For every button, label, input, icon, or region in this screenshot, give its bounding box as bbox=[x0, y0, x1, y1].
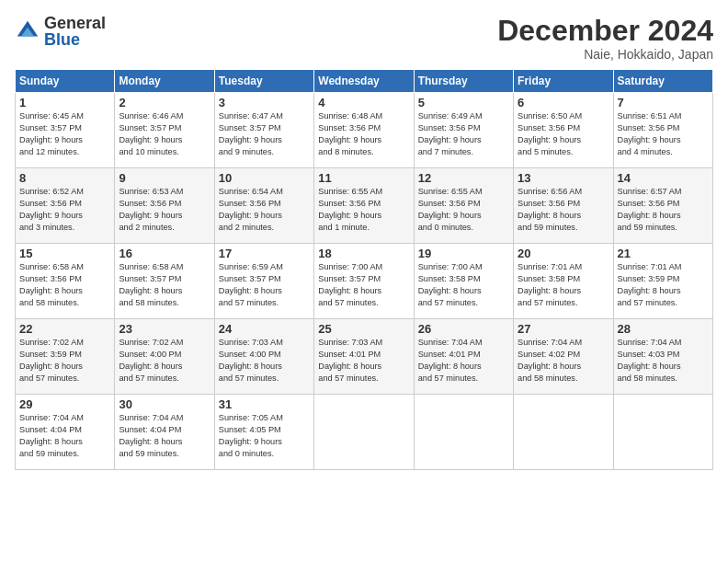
logo: General Blue bbox=[15, 15, 106, 48]
table-row: 29 Sunrise: 7:04 AMSunset: 4:04 PMDaylig… bbox=[16, 395, 713, 470]
day-cell: 17 Sunrise: 6:59 AMSunset: 3:57 PMDaylig… bbox=[214, 244, 313, 319]
day-number: 30 bbox=[119, 397, 210, 411]
day-info: Sunrise: 6:57 AMSunset: 3:56 PMDaylight:… bbox=[618, 186, 709, 234]
day-cell: 6 Sunrise: 6:50 AMSunset: 3:56 PMDayligh… bbox=[514, 93, 613, 168]
day-cell: 30 Sunrise: 7:04 AMSunset: 4:04 PMDaylig… bbox=[115, 395, 214, 470]
day-info: Sunrise: 7:00 AMSunset: 3:57 PMDaylight:… bbox=[318, 261, 409, 309]
day-info: Sunrise: 6:49 AMSunset: 3:56 PMDaylight:… bbox=[418, 110, 509, 158]
day-number: 11 bbox=[318, 171, 409, 185]
day-number: 23 bbox=[119, 322, 210, 336]
day-cell: 16 Sunrise: 6:58 AMSunset: 3:57 PMDaylig… bbox=[115, 244, 214, 319]
day-info: Sunrise: 6:46 AMSunset: 3:57 PMDaylight:… bbox=[119, 110, 210, 158]
weekday-header-row: Sunday Monday Tuesday Wednesday Thursday… bbox=[16, 70, 713, 93]
day-number: 21 bbox=[618, 247, 709, 260]
header-monday: Monday bbox=[115, 70, 214, 93]
day-number: 29 bbox=[19, 397, 110, 411]
day-number: 18 bbox=[318, 247, 409, 260]
day-cell: 2 Sunrise: 6:46 AMSunset: 3:57 PMDayligh… bbox=[115, 93, 214, 168]
day-cell: 1 Sunrise: 6:45 AMSunset: 3:57 PMDayligh… bbox=[16, 93, 115, 168]
day-number: 8 bbox=[19, 171, 110, 185]
day-info: Sunrise: 6:48 AMSunset: 3:56 PMDaylight:… bbox=[318, 110, 409, 158]
day-cell: 31 Sunrise: 7:05 AMSunset: 4:05 PMDaylig… bbox=[214, 395, 313, 470]
day-info: Sunrise: 7:05 AMSunset: 4:05 PMDaylight:… bbox=[219, 412, 310, 460]
day-info: Sunrise: 6:56 AMSunset: 3:56 PMDaylight:… bbox=[518, 186, 609, 234]
month-title: December 2024 bbox=[497, 15, 713, 47]
day-cell: 23 Sunrise: 7:02 AMSunset: 4:00 PMDaylig… bbox=[115, 319, 214, 395]
day-info: Sunrise: 7:03 AMSunset: 4:01 PMDaylight:… bbox=[318, 337, 409, 385]
table-row: 1 Sunrise: 6:45 AMSunset: 3:57 PMDayligh… bbox=[16, 93, 713, 168]
day-info: Sunrise: 6:53 AMSunset: 3:56 PMDaylight:… bbox=[119, 186, 210, 234]
day-cell: 24 Sunrise: 7:03 AMSunset: 4:00 PMDaylig… bbox=[214, 319, 313, 395]
day-number: 14 bbox=[618, 171, 709, 185]
day-number: 24 bbox=[219, 322, 310, 336]
day-cell: 5 Sunrise: 6:49 AMSunset: 3:56 PMDayligh… bbox=[414, 93, 513, 168]
logo-text: General Blue bbox=[44, 15, 106, 48]
day-info: Sunrise: 7:04 AMSunset: 4:04 PMDaylight:… bbox=[119, 412, 210, 460]
day-cell: 18 Sunrise: 7:00 AMSunset: 3:57 PMDaylig… bbox=[314, 244, 414, 319]
day-info: Sunrise: 6:45 AMSunset: 3:57 PMDaylight:… bbox=[19, 110, 110, 158]
calendar-table: Sunday Monday Tuesday Wednesday Thursday… bbox=[15, 69, 713, 470]
day-number: 17 bbox=[219, 247, 310, 260]
day-number: 5 bbox=[418, 96, 509, 109]
day-info: Sunrise: 7:01 AMSunset: 3:58 PMDaylight:… bbox=[518, 261, 609, 309]
day-number: 9 bbox=[119, 171, 210, 185]
calendar-page: General Blue December 2024 Naie, Hokkaid… bbox=[0, 0, 728, 563]
day-cell: 22 Sunrise: 7:02 AMSunset: 3:59 PMDaylig… bbox=[16, 319, 115, 395]
day-number: 28 bbox=[618, 322, 709, 336]
day-cell: 9 Sunrise: 6:53 AMSunset: 3:56 PMDayligh… bbox=[115, 168, 214, 244]
day-info: Sunrise: 6:55 AMSunset: 3:56 PMDaylight:… bbox=[418, 186, 509, 234]
logo-blue: Blue bbox=[44, 31, 106, 48]
day-info: Sunrise: 7:02 AMSunset: 3:59 PMDaylight:… bbox=[19, 337, 110, 385]
header-friday: Friday bbox=[514, 70, 613, 93]
table-row: 8 Sunrise: 6:52 AMSunset: 3:56 PMDayligh… bbox=[16, 168, 713, 244]
day-number: 25 bbox=[318, 322, 409, 336]
page-header: General Blue December 2024 Naie, Hokkaid… bbox=[15, 15, 713, 62]
day-info: Sunrise: 7:00 AMSunset: 3:58 PMDaylight:… bbox=[418, 261, 509, 309]
day-info: Sunrise: 6:55 AMSunset: 3:56 PMDaylight:… bbox=[318, 186, 409, 234]
day-info: Sunrise: 6:58 AMSunset: 3:56 PMDaylight:… bbox=[19, 261, 110, 309]
day-info: Sunrise: 6:47 AMSunset: 3:57 PMDaylight:… bbox=[219, 110, 310, 158]
day-info: Sunrise: 7:04 AMSunset: 4:03 PMDaylight:… bbox=[618, 337, 709, 385]
day-info: Sunrise: 6:51 AMSunset: 3:56 PMDaylight:… bbox=[618, 110, 709, 158]
day-number: 2 bbox=[119, 96, 210, 109]
day-number: 3 bbox=[219, 96, 310, 109]
day-number: 1 bbox=[19, 96, 110, 109]
logo-icon bbox=[15, 18, 40, 44]
day-number: 31 bbox=[219, 397, 310, 411]
day-number: 4 bbox=[318, 96, 409, 109]
day-cell: 25 Sunrise: 7:03 AMSunset: 4:01 PMDaylig… bbox=[314, 319, 414, 395]
day-cell: 28 Sunrise: 7:04 AMSunset: 4:03 PMDaylig… bbox=[613, 319, 712, 395]
day-cell: 12 Sunrise: 6:55 AMSunset: 3:56 PMDaylig… bbox=[414, 168, 513, 244]
header-tuesday: Tuesday bbox=[214, 70, 313, 93]
day-number: 26 bbox=[418, 322, 509, 336]
day-number: 27 bbox=[518, 322, 609, 336]
logo-general: General bbox=[44, 15, 106, 31]
day-cell: 7 Sunrise: 6:51 AMSunset: 3:56 PMDayligh… bbox=[613, 93, 712, 168]
day-info: Sunrise: 6:59 AMSunset: 3:57 PMDaylight:… bbox=[219, 261, 310, 309]
header-saturday: Saturday bbox=[613, 70, 712, 93]
day-number: 12 bbox=[418, 171, 509, 185]
day-cell: 29 Sunrise: 7:04 AMSunset: 4:04 PMDaylig… bbox=[16, 395, 115, 470]
empty-cell bbox=[314, 395, 414, 470]
title-block: December 2024 Naie, Hokkaido, Japan bbox=[497, 15, 713, 62]
table-row: 15 Sunrise: 6:58 AMSunset: 3:56 PMDaylig… bbox=[16, 244, 713, 319]
day-number: 7 bbox=[618, 96, 709, 109]
empty-cell bbox=[414, 395, 513, 470]
day-number: 19 bbox=[418, 247, 509, 260]
header-wednesday: Wednesday bbox=[314, 70, 414, 93]
day-cell: 8 Sunrise: 6:52 AMSunset: 3:56 PMDayligh… bbox=[16, 168, 115, 244]
day-number: 16 bbox=[119, 247, 210, 260]
day-info: Sunrise: 7:02 AMSunset: 4:00 PMDaylight:… bbox=[119, 337, 210, 385]
day-info: Sunrise: 6:58 AMSunset: 3:57 PMDaylight:… bbox=[119, 261, 210, 309]
day-cell: 14 Sunrise: 6:57 AMSunset: 3:56 PMDaylig… bbox=[613, 168, 712, 244]
day-number: 15 bbox=[19, 247, 110, 260]
table-row: 22 Sunrise: 7:02 AMSunset: 3:59 PMDaylig… bbox=[16, 319, 713, 395]
empty-cell bbox=[613, 395, 712, 470]
day-cell: 20 Sunrise: 7:01 AMSunset: 3:58 PMDaylig… bbox=[514, 244, 613, 319]
day-info: Sunrise: 7:03 AMSunset: 4:00 PMDaylight:… bbox=[219, 337, 310, 385]
header-thursday: Thursday bbox=[414, 70, 513, 93]
day-number: 20 bbox=[518, 247, 609, 260]
day-info: Sunrise: 7:01 AMSunset: 3:59 PMDaylight:… bbox=[618, 261, 709, 309]
day-cell: 15 Sunrise: 6:58 AMSunset: 3:56 PMDaylig… bbox=[16, 244, 115, 319]
day-cell: 19 Sunrise: 7:00 AMSunset: 3:58 PMDaylig… bbox=[414, 244, 513, 319]
